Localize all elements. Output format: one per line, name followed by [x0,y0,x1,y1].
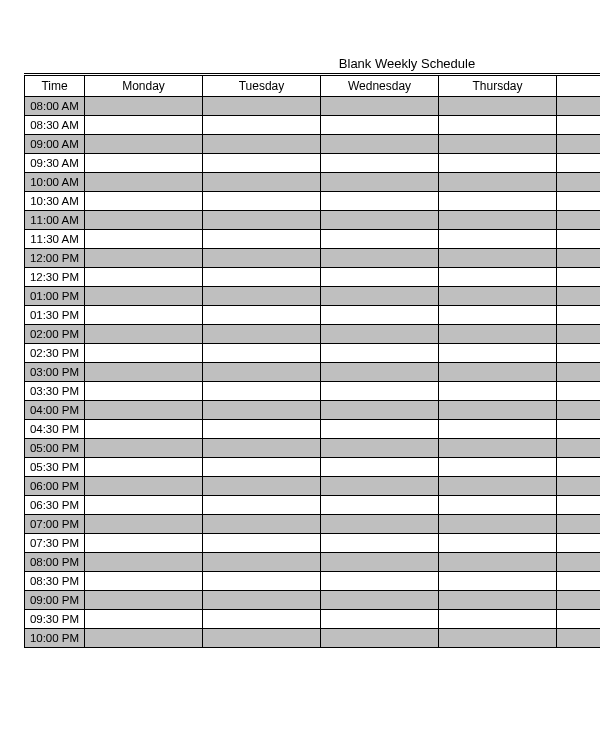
schedule-cell-partial [557,173,601,192]
table-row: 04:30 PM [25,420,601,439]
schedule-cell [203,325,321,344]
time-cell: 05:00 PM [25,439,85,458]
schedule-cell-partial [557,591,601,610]
schedule-cell [203,401,321,420]
schedule-cell [321,496,439,515]
time-cell: 06:30 PM [25,496,85,515]
time-cell: 01:30 PM [25,306,85,325]
schedule-cell [439,192,557,211]
schedule-cell [321,306,439,325]
time-cell: 12:30 PM [25,268,85,287]
table-row: 04:00 PM [25,401,601,420]
schedule-cell [203,572,321,591]
schedule-cell-partial [557,534,601,553]
schedule-cell-partial [557,363,601,382]
schedule-cell-partial [557,135,601,154]
schedule-cell [203,287,321,306]
schedule-cell-partial [557,477,601,496]
table-row: 09:30 PM [25,610,601,629]
schedule-cell [203,154,321,173]
schedule-cell [85,515,203,534]
table-row: 02:00 PM [25,325,601,344]
schedule-cell [203,306,321,325]
schedule-cell-partial [557,610,601,629]
schedule-cell [203,116,321,135]
schedule-cell [85,97,203,116]
schedule-cell [85,629,203,648]
schedule-cell [321,97,439,116]
table-row: 09:30 AM [25,154,601,173]
time-cell: 10:00 PM [25,629,85,648]
schedule-cell [439,591,557,610]
schedule-cell [203,534,321,553]
schedule-cell [321,439,439,458]
table-row: 06:00 PM [25,477,601,496]
schedule-cell-partial [557,192,601,211]
schedule-cell [321,268,439,287]
schedule-cell [439,325,557,344]
schedule-cell [203,458,321,477]
time-cell: 04:00 PM [25,401,85,420]
schedule-cell [321,287,439,306]
schedule-cell [321,344,439,363]
schedule-cell [203,439,321,458]
schedule-cell [439,572,557,591]
schedule-cell [439,97,557,116]
schedule-cell [85,249,203,268]
schedule-cell-partial [557,230,601,249]
table-row: 03:30 PM [25,382,601,401]
schedule-cell [321,192,439,211]
schedule-cell-partial [557,382,601,401]
schedule-cell [439,477,557,496]
schedule-cell [203,382,321,401]
schedule-cell-partial [557,249,601,268]
table-row: 01:30 PM [25,306,601,325]
page-title: Blank Weekly Schedule [24,56,600,71]
schedule-cell [203,173,321,192]
schedule-cell [85,401,203,420]
table-row: 07:00 PM [25,515,601,534]
schedule-cell [85,154,203,173]
schedule-cell-partial [557,553,601,572]
schedule-cell [85,325,203,344]
header-day-thursday: Thursday [439,75,557,97]
schedule-cell [439,135,557,154]
schedule-cell [203,420,321,439]
header-day-wednesday: Wednesday [321,75,439,97]
schedule-cell-partial [557,287,601,306]
schedule-cell [203,496,321,515]
schedule-cell [85,116,203,135]
header-row: Time Monday Tuesday Wednesday Thursday [25,75,601,97]
schedule-cell [439,344,557,363]
schedule-cell-partial [557,268,601,287]
table-row: 10:00 PM [25,629,601,648]
time-cell: 11:30 AM [25,230,85,249]
time-cell: 08:30 PM [25,572,85,591]
schedule-cell [85,610,203,629]
schedule-cell [85,477,203,496]
schedule-cell [85,173,203,192]
schedule-cell [85,553,203,572]
schedule-cell-partial [557,572,601,591]
schedule-cell [321,515,439,534]
schedule-cell [439,287,557,306]
schedule-cell [439,306,557,325]
schedule-cell [203,477,321,496]
schedule-cell [85,439,203,458]
schedule-cell-partial [557,211,601,230]
schedule-cell [439,553,557,572]
schedule-cell [439,211,557,230]
time-cell: 02:00 PM [25,325,85,344]
schedule-cell [203,268,321,287]
schedule-cell [439,116,557,135]
schedule-cell [203,591,321,610]
schedule-cell [439,534,557,553]
schedule-cell [85,230,203,249]
schedule-cell [321,401,439,420]
page: Blank Weekly Schedule Time Monday Tuesda… [0,0,600,648]
schedule-cell [85,534,203,553]
schedule-cell [321,211,439,230]
time-cell: 07:00 PM [25,515,85,534]
schedule-cell [203,515,321,534]
schedule-cell [203,211,321,230]
